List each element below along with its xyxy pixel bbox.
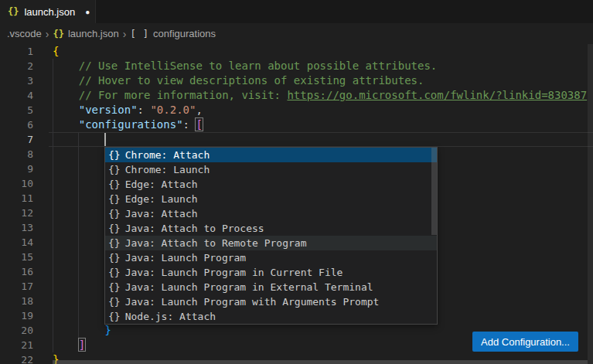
code-line: 3 // Hover to view descriptions of exist…	[0, 73, 593, 88]
line-number: 20	[0, 323, 33, 338]
snippet-braces-icon: {}	[108, 311, 121, 322]
snippet-braces-icon: {}	[108, 267, 121, 278]
code-line: 6 "configurations": [	[0, 117, 593, 132]
code-token: https://go.microsoft.com/fwlink/?linkid=…	[287, 89, 587, 101]
code-token: "version"	[79, 104, 138, 116]
modified-indicator-icon[interactable]: ●	[85, 8, 90, 16]
line-number: 15	[0, 250, 33, 264]
code-token: ]	[79, 338, 85, 351]
snippet-braces-icon: {}	[108, 179, 121, 190]
suggestion-label: Chrome: Attach	[125, 149, 210, 161]
breadcrumb: .vscode › {} launch.json › [ ] configura…	[0, 23, 593, 44]
breadcrumb-symbol[interactable]: configurations	[153, 28, 216, 39]
line-number: 8	[0, 147, 33, 162]
code-token: "0.2.0"	[150, 104, 196, 116]
line-number: 10	[0, 176, 33, 191]
suggestion-label: Java: Launch Program	[125, 252, 247, 264]
indent-guide	[78, 132, 79, 338]
suggestion-item[interactable]: {}Edge: Launch	[105, 192, 437, 206]
line-number: 19	[0, 308, 33, 323]
chevron-right-icon: ›	[46, 28, 49, 40]
suggestion-item[interactable]: {}Edge: Attach	[105, 177, 437, 192]
suggestion-label: Edge: Launch	[125, 193, 198, 205]
array-symbol-icon: [ ]	[130, 29, 149, 39]
line-number: 2	[0, 59, 33, 73]
suggestion-item[interactable]: {}Java: Attach	[105, 206, 437, 221]
tab-title: launch.json	[24, 6, 75, 18]
line-number: 3	[0, 73, 33, 88]
code-token: ,	[196, 104, 202, 116]
suggestion-item[interactable]: {}Chrome: Attach	[105, 148, 437, 162]
code-token: // Hover to view descriptions of existin…	[53, 74, 424, 87]
tab-launch-json[interactable]: {} launch.json ●	[0, 0, 96, 23]
snippet-braces-icon: {}	[108, 149, 121, 161]
line-number: 5	[0, 103, 33, 117]
code-line: 5 "version": "0.2.0",	[0, 103, 593, 117]
line-content: // Use IntelliSense to learn about possi…	[49, 59, 593, 73]
code-token: :	[138, 104, 151, 116]
suggest-scrollbar-thumb[interactable]	[431, 148, 437, 235]
code-line: 7	[0, 132, 593, 147]
line-content: // For more information, visit: https://…	[49, 88, 593, 103]
line-content: // Hover to view descriptions of existin…	[49, 73, 593, 88]
suggestion-label: Edge: Attach	[125, 179, 198, 190]
snippet-braces-icon: {}	[108, 164, 121, 175]
suggestion-label: Java: Launch Program in External Termina…	[125, 281, 373, 293]
line-number: 13	[0, 220, 33, 235]
editor-vertical-scrollbar[interactable]	[588, 44, 593, 364]
line-number: 7	[0, 132, 33, 147]
suggestion-label: Java: Launch Program with Arguments Prom…	[125, 296, 380, 308]
line-number: 22	[0, 352, 33, 364]
code-token: [	[196, 118, 202, 131]
snippet-braces-icon: {}	[108, 208, 121, 219]
suggestion-item[interactable]: {}Node.js: Attach	[105, 309, 437, 324]
indent-guide	[53, 59, 53, 352]
line-number: 14	[0, 235, 33, 250]
line-number: 18	[0, 294, 33, 308]
suggestion-label: Node.js: Attach	[125, 311, 216, 322]
line-content: "version": "0.2.0",	[49, 103, 593, 117]
suggestion-item[interactable]: {}Java: Launch Program with Arguments Pr…	[105, 294, 437, 309]
line-content: {	[49, 44, 593, 59]
line-number: 6	[0, 117, 33, 132]
json-file-icon: {}	[53, 29, 63, 39]
breadcrumb-file[interactable]: launch.json	[68, 28, 119, 39]
vscode-window: {} launch.json ● .vscode › {} launch.jso…	[0, 0, 593, 364]
line-number: 1	[0, 44, 33, 59]
suggestion-item[interactable]: {}Java: Attach to Remote Program	[105, 236, 437, 250]
code-line: 4 // For more information, visit: https:…	[0, 88, 593, 103]
snippet-braces-icon: {}	[108, 237, 121, 249]
suggestion-label: Java: Launch Program in Current File	[125, 267, 343, 278]
code-line: 1{	[0, 44, 593, 59]
line-number: 21	[0, 338, 33, 352]
breadcrumb-folder[interactable]: .vscode	[7, 28, 42, 39]
line-number: 11	[0, 191, 33, 206]
chevron-right-icon: ›	[123, 28, 127, 40]
add-configuration-button[interactable]: Add Configuration...	[472, 332, 578, 352]
editor-horizontal-scrollbar[interactable]	[53, 360, 588, 364]
suggestion-item[interactable]: {}Java: Attach to Process	[105, 221, 437, 236]
line-number: 17	[0, 279, 33, 294]
suggestion-item[interactable]: {}Java: Launch Program in External Termi…	[105, 280, 437, 294]
suggestion-label: Java: Attach to Process	[125, 223, 264, 234]
code-token: "configurations"	[79, 118, 183, 131]
suggestion-item[interactable]: {}Chrome: Launch	[105, 162, 437, 177]
code-token: }	[104, 324, 111, 336]
suggest-list: {}Chrome: Attach{}Chrome: Launch{}Edge: …	[105, 148, 437, 324]
suggestion-item[interactable]: {}Java: Launch Program in Current File	[105, 265, 437, 280]
code-token: // Use IntelliSense to learn about possi…	[53, 60, 437, 72]
code-token: // For more information, visit:	[53, 89, 287, 101]
line-number: 12	[0, 206, 33, 220]
tab-bar: {} launch.json ●	[0, 0, 593, 23]
snippet-braces-icon: {}	[108, 281, 121, 293]
code-token	[53, 118, 79, 131]
code-token	[53, 104, 79, 116]
line-content	[49, 132, 593, 147]
code-token	[53, 338, 79, 351]
suggestion-item[interactable]: {}Java: Launch Program	[105, 250, 437, 265]
code-token: {	[53, 45, 59, 57]
line-number: 9	[0, 162, 33, 176]
snippet-braces-icon: {}	[108, 193, 121, 205]
json-file-icon: {}	[8, 6, 19, 17]
snippet-braces-icon: {}	[108, 223, 121, 234]
